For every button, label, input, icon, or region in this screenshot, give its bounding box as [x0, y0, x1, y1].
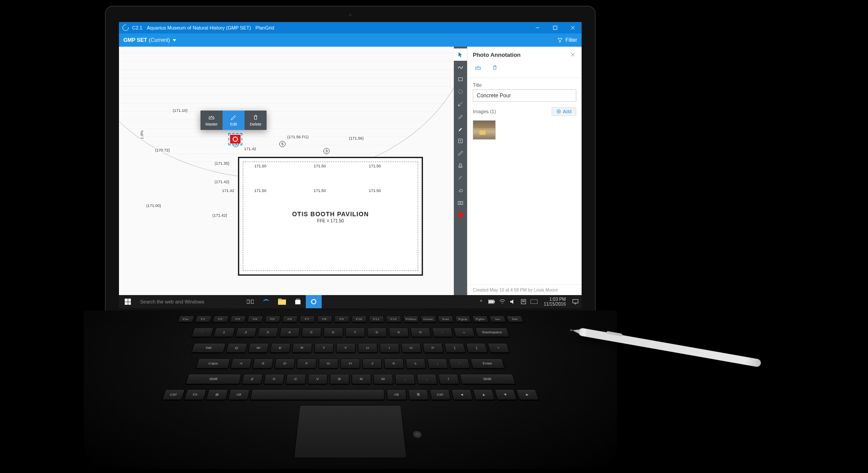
text-tool[interactable]: T [454, 135, 467, 147]
notes-icon[interactable] [520, 298, 527, 305]
image-thumbnail[interactable] [473, 120, 496, 140]
key: E [270, 343, 291, 353]
key: Esc [177, 316, 195, 322]
key [250, 389, 385, 400]
key: Backspace [475, 328, 510, 337]
blueprint: OTIS BOOTH PAVILION FFE = 171.50 (171.10… [119, 47, 467, 295]
svg-rect-23 [494, 301, 495, 303]
sheet-set-name: GMP SET [123, 37, 147, 43]
building-subtitle: FFE = 171.50 [239, 218, 422, 223]
windows-logo-icon [125, 299, 131, 305]
elevation-label: 171.50 [368, 188, 382, 193]
key: B [330, 374, 349, 384]
key: , [395, 374, 415, 384]
window-maximize-button[interactable] [546, 22, 564, 33]
master-button[interactable]: Master [200, 111, 223, 130]
red-color-icon [458, 212, 463, 218]
taskbar-search[interactable]: Search the web and Windows [137, 295, 242, 308]
plangrid-taskbar-button[interactable] [306, 295, 322, 308]
device-mockup: C2.1 Aquarius Museum of Natural History … [84, 7, 617, 465]
camera-dot [349, 14, 352, 16]
svg-rect-8 [458, 201, 463, 204]
key: ] [466, 343, 488, 353]
panel-close-button[interactable] [569, 51, 576, 58]
key: 8 [367, 328, 387, 337]
tool-palette: T [454, 47, 467, 295]
screen: C2.1 Aquarius Museum of Natural History … [119, 22, 582, 308]
ruler-tool[interactable] [454, 147, 467, 159]
key: Y [336, 343, 356, 353]
app-logo-icon [122, 25, 129, 31]
annotation-title-input[interactable] [473, 89, 576, 102]
pencil-icon [230, 114, 237, 121]
key: Ctrl [162, 389, 185, 400]
rectangle-tool[interactable] [454, 73, 467, 85]
photo-annotation-panel: Photo Annotation Title Images (1) Add [467, 47, 582, 295]
photo-annotation-marker[interactable] [230, 135, 241, 144]
key: ≣ [408, 389, 429, 400]
action-center-button[interactable] [572, 298, 579, 305]
ellipse-tool[interactable] [454, 85, 467, 98]
key: Ctrl [430, 389, 451, 400]
filter-button[interactable]: Filter [557, 37, 577, 43]
camera-tool[interactable] [454, 196, 467, 209]
color-indicator[interactable] [454, 209, 467, 221]
key: 5 [301, 328, 321, 337]
key: Home [420, 316, 437, 322]
plus-icon [556, 109, 561, 114]
key: 3 [257, 328, 278, 337]
key: F6 [282, 316, 297, 322]
taskbar-clock[interactable]: 1:03 PM 11/15/2016 [541, 297, 568, 307]
highlighter-tool[interactable] [454, 122, 467, 135]
key: 2 [235, 328, 256, 337]
key: F2 [212, 316, 229, 322]
edge-browser-button[interactable] [258, 295, 274, 308]
arrow-tool[interactable] [454, 98, 467, 110]
cloud-tool[interactable] [454, 184, 467, 196]
drawing-canvas[interactable]: OTIS BOOTH PAVILION FFE = 171.50 (171.10… [119, 47, 467, 295]
master-toggle-button[interactable] [473, 63, 483, 73]
key: Del [506, 316, 524, 322]
wifi-icon[interactable] [499, 298, 506, 305]
key: G [319, 358, 338, 369]
edit-button[interactable]: Edit [223, 111, 245, 130]
task-view-button[interactable] [242, 295, 258, 308]
key: V [307, 374, 327, 384]
titlebar-project: Aquarius Museum of Natural History (GMP … [147, 25, 251, 30]
battery-icon[interactable] [488, 298, 495, 305]
key: Enter [470, 358, 505, 369]
pen-tool[interactable] [454, 110, 467, 122]
sheet-set-dropdown[interactable]: GMP SET (Current) [123, 37, 176, 43]
elevation-label: 171.50 [253, 188, 267, 193]
key: Tab [191, 343, 226, 353]
hyperlink-tool[interactable] [454, 172, 467, 184]
svg-text:T: T [460, 140, 462, 143]
elevation-label: (171.42) [214, 180, 230, 184]
file-explorer-button[interactable] [274, 295, 290, 308]
volume-icon[interactable] [509, 298, 516, 305]
cursor-tool[interactable] [454, 48, 467, 61]
key: 9 [389, 328, 409, 337]
key: 6 [323, 328, 343, 337]
key: ▼ [494, 389, 517, 400]
window-close-button[interactable] [564, 22, 582, 33]
key: ` [191, 328, 213, 337]
key: S [252, 358, 274, 369]
key: Fn [184, 389, 207, 400]
stamp-tool[interactable] [454, 159, 467, 172]
key: X [263, 374, 284, 384]
delete-annotation-button[interactable] [490, 63, 500, 73]
delete-button[interactable]: Delete [245, 111, 267, 130]
key: Shift [185, 374, 241, 384]
store-button[interactable] [290, 295, 306, 308]
key: M [373, 374, 393, 384]
add-image-button[interactable]: Add [552, 107, 576, 116]
key: ; [427, 358, 449, 369]
tray-chevron-icon[interactable]: ^ [478, 298, 485, 305]
freehand-tool[interactable] [454, 61, 467, 73]
svg-rect-20 [297, 299, 299, 300]
start-button[interactable] [119, 295, 137, 308]
key: ► [516, 389, 539, 400]
keyboard-icon[interactable] [530, 298, 538, 305]
window-minimize-button[interactable] [529, 22, 546, 33]
